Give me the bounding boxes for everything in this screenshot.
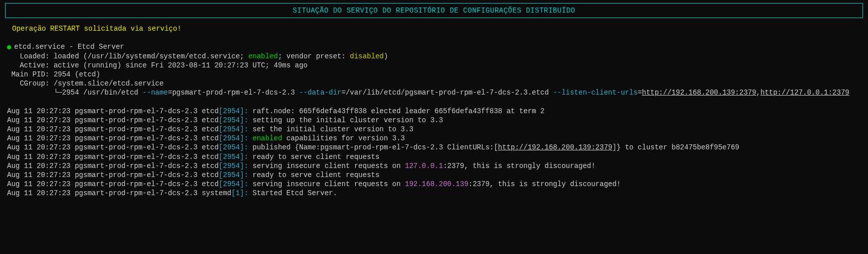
log-prefix: Aug 11 20:27:23 pgsmart-prod-rpm-el-7-dc…	[7, 116, 219, 124]
pid: 2954	[223, 153, 240, 161]
log-msg-b: :2379, this is strongly discouraged!	[443, 162, 595, 170]
listen-url-2: http://127.0.0.1:2379	[761, 89, 849, 97]
systemctl-status-output: etcd.service - Etcd Server Loaded: loade…	[0, 42, 868, 205]
log-msg: setting up the initial cluster version t…	[252, 116, 443, 124]
title-bar: SITUAÇÃO DO SERVIÇO DO REPOSITÓRIO DE CO…	[5, 3, 863, 18]
mainpid-line: Main PID: 2954 (etcd)	[7, 70, 100, 78]
log-msg: capabilities for version 3.3	[282, 134, 405, 142]
rb: ]:	[240, 125, 252, 133]
pid: 2954	[223, 107, 240, 115]
comma: ,	[756, 89, 760, 97]
lb: [	[231, 189, 235, 197]
log-msg: ready to serve client requests	[252, 171, 379, 179]
pid: 2954	[223, 171, 240, 179]
loaded-label: Loaded:	[7, 52, 53, 60]
rb: ]:	[240, 162, 252, 170]
log-prefix: Aug 11 20:27:23 pgsmart-prod-rpm-el-7-dc…	[7, 107, 219, 115]
rb: ]:	[240, 143, 252, 151]
listen-url-1: http://192.168.200.139:2379	[642, 89, 756, 97]
loaded-after: ; vendor preset:	[278, 52, 350, 60]
rb: ]:	[240, 180, 252, 188]
flag-name: --name	[143, 89, 168, 97]
cgroup-tree-prefix: └─2954 /usr/bin/etcd	[7, 89, 143, 97]
log-msg: set the initial cluster version to 3.3	[252, 125, 413, 133]
active-value: active (running) since Fri 2023-08-11 20…	[53, 61, 307, 69]
restart-message: Operação RESTART solicitada via serviço!	[12, 24, 868, 33]
pid: 2954	[223, 180, 240, 188]
rb: ]:	[240, 189, 252, 197]
log-prefix: Aug 11 20:27:23 pgsmart-prod-rpm-el-7-dc…	[7, 171, 219, 179]
log-prefix: Aug 11 20:27:23 pgsmart-prod-rpm-el-7-dc…	[7, 162, 219, 170]
pid: 2954	[223, 116, 240, 124]
enabled-word: enabled	[248, 52, 278, 60]
log-prefix: Aug 11 20:27:23 pgsmart-prod-rpm-el-7-dc…	[7, 134, 219, 142]
ip: 192.168.200.139	[405, 180, 469, 188]
log-msg: ready to serve client requests	[252, 153, 379, 161]
pid: 2954	[223, 143, 240, 151]
enabled-word: enabled	[252, 134, 282, 142]
active-label: Active:	[7, 61, 53, 69]
pid: 2954	[223, 134, 240, 142]
rb: ]:	[240, 171, 252, 179]
flag-listen: --listen-client-urls	[553, 89, 638, 97]
disabled-word: disabled	[350, 52, 384, 60]
pid: 2954	[223, 125, 240, 133]
log-msg-a: serving insecure client requests on	[252, 180, 405, 188]
status-dot-icon	[7, 45, 11, 49]
rb: ]:	[240, 116, 252, 124]
rb: ]:	[240, 107, 252, 115]
log-prefix: Aug 11 20:27:23 pgsmart-prod-rpm-el-7-dc…	[7, 143, 219, 151]
log-msg: raft.node: 665f6defa43ff838 elected lead…	[252, 107, 545, 115]
pid: 2954	[223, 162, 240, 170]
log-msg-a: published {Name:pgsmart-prod-rpm-el-7-dc…	[252, 143, 498, 151]
log-msg-b: ]} to cluster b82475be8f95e769	[612, 143, 739, 151]
loaded-before: loaded (/usr/lib/systemd/system/etcd.ser…	[53, 52, 248, 60]
log-prefix-systemd: Aug 11 20:27:23 pgsmart-prod-rpm-el-7-dc…	[7, 189, 231, 197]
flag-datadir: --data-dir	[299, 89, 342, 97]
log-msg-a: serving insecure client requests on	[252, 162, 405, 170]
loaded-tail: )	[384, 52, 388, 60]
service-line: etcd.service - Etcd Server	[14, 43, 124, 51]
pid: 1	[236, 189, 240, 197]
log-prefix: Aug 11 20:27:23 pgsmart-prod-rpm-el-7-dc…	[7, 180, 219, 188]
flag-datadir-val: =/var/lib/etcd/pgsmart-prod-rpm-el-7-dcs…	[342, 89, 553, 97]
page-title: SITUAÇÃO DO SERVIÇO DO REPOSITÓRIO DE CO…	[293, 7, 575, 15]
rb: ]:	[240, 153, 252, 161]
log-prefix: Aug 11 20:27:23 pgsmart-prod-rpm-el-7-dc…	[7, 153, 219, 161]
log-msg: Started Etcd Server.	[252, 189, 337, 197]
log-prefix: Aug 11 20:27:23 pgsmart-prod-rpm-el-7-dc…	[7, 125, 219, 133]
flag-listen-eq: =	[638, 89, 642, 97]
log-msg-b: :2379, this is strongly discouraged!	[469, 180, 621, 188]
rb: ]:	[240, 134, 252, 142]
cgroup-line: CGroup: /system.slice/etcd.service	[7, 79, 164, 88]
flag-name-val: =pgsmart-prod-rpm-el-7-dcs-2.3	[168, 89, 299, 97]
client-url: http://192.168.200.139:2379	[498, 143, 613, 151]
ip: 127.0.0.1	[405, 162, 443, 170]
